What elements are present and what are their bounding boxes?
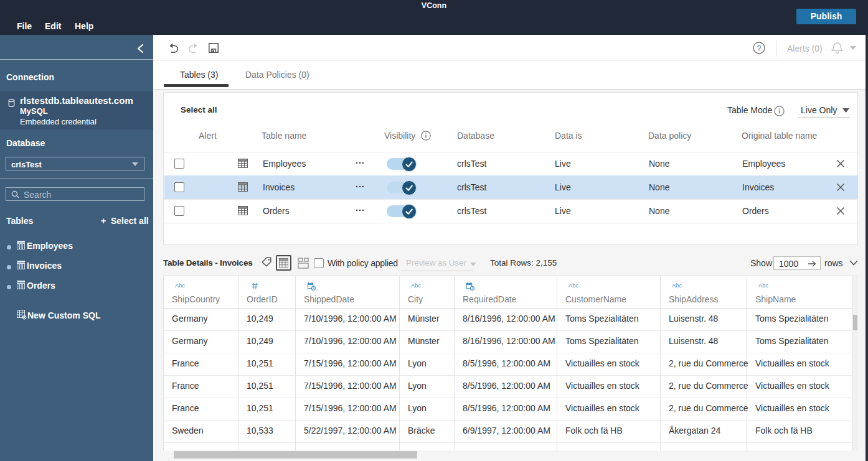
svg-text:?: ? (757, 44, 762, 53)
